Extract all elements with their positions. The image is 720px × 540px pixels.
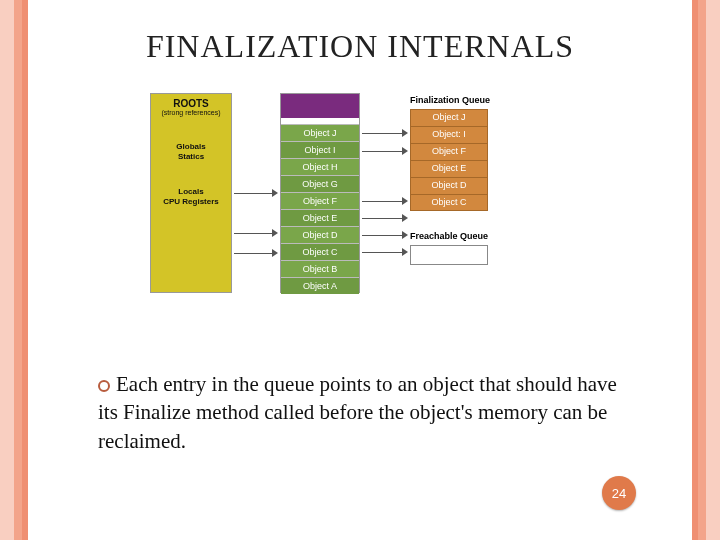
heap-object: Object D xyxy=(281,226,359,243)
heap-object: Object B xyxy=(281,260,359,277)
fq-item: Object D xyxy=(410,177,488,194)
roots-item: Statics xyxy=(151,152,231,162)
freachable-queue-label: Freachable Queue xyxy=(410,231,488,241)
heap-object: Object F xyxy=(281,192,359,209)
heap-object: Object G xyxy=(281,175,359,192)
ring-bullet-icon xyxy=(98,380,110,392)
right-border-stripes xyxy=(692,0,720,540)
roots-item: CPU Registers xyxy=(151,197,231,207)
body-paragraph: Each entry in the queue points to an obj… xyxy=(98,370,632,455)
fq-item: Object: I xyxy=(410,126,488,143)
finalization-queue-column: Object J Object: I Object F Object E Obj… xyxy=(410,109,488,211)
roots-column: ROOTS (strong references) Globals Static… xyxy=(150,93,232,293)
roots-subtitle: (strong references) xyxy=(151,109,231,116)
fq-item: Object J xyxy=(410,109,488,126)
heap-object: Object A xyxy=(281,277,359,294)
fq-item: Object E xyxy=(410,160,488,177)
roots-item: Globals xyxy=(151,142,231,152)
heap-object: Object E xyxy=(281,209,359,226)
heap-object: Object I xyxy=(281,141,359,158)
heap-object: Object H xyxy=(281,158,359,175)
heap-column: Object J Object I Object H Object G Obje… xyxy=(280,93,360,293)
finalization-queue-label: Finalization Queue xyxy=(410,95,490,105)
fq-item: Object F xyxy=(410,143,488,160)
roots-title: ROOTS xyxy=(151,98,231,109)
finalization-diagram: ROOTS (strong references) Globals Static… xyxy=(150,93,570,313)
freachable-queue-box xyxy=(410,245,488,265)
roots-item: Locals xyxy=(151,187,231,197)
heap-header xyxy=(281,94,359,118)
heap-object: Object J xyxy=(281,124,359,141)
page-number-badge: 24 xyxy=(602,476,636,510)
left-border-stripes xyxy=(0,0,28,540)
body-text: Each entry in the queue points to an obj… xyxy=(98,372,617,453)
slide-title: FINALIZATION INTERNALS xyxy=(40,28,680,65)
heap-object: Object C xyxy=(281,243,359,260)
fq-item: Object C xyxy=(410,194,488,211)
